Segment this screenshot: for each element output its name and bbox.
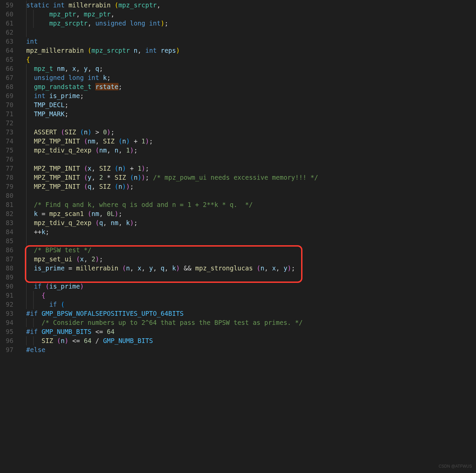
code-line-content: int	[19, 38, 38, 45]
code-line-content: MPZ_TMP_INIT (q, SIZ (n));	[19, 183, 134, 190]
code-line[interactable]	[19, 273, 476, 282]
code-line-content	[19, 237, 26, 245]
line-number: 62	[0, 28, 13, 37]
code-line[interactable]: mpz_tdiv_q_2exp (q, nm, k);	[19, 218, 476, 227]
code-line[interactable]: mpz_set_ui (x, 2);	[19, 255, 476, 264]
code-line[interactable]: mpz_t nm, x, y, q;	[19, 64, 476, 73]
code-line[interactable]	[19, 191, 476, 200]
code-line[interactable]: MPZ_TMP_INIT (x, SIZ (n) + 1);	[19, 164, 476, 173]
line-number: 74	[0, 137, 13, 146]
code-line[interactable]: MPZ_TMP_INIT (q, SIZ (n));	[19, 182, 476, 191]
line-number: 88	[0, 264, 13, 273]
line-number: 76	[0, 155, 13, 164]
code-line-content	[19, 192, 26, 199]
code-line[interactable]	[19, 155, 476, 164]
code-line[interactable]: is_prime = millerrabin (n, x, y, q, k) &…	[19, 264, 476, 273]
line-number: 87	[0, 255, 13, 264]
line-number: 70	[0, 100, 13, 110]
line-number: 61	[0, 19, 13, 28]
code-line[interactable]: SIZ (n) <= 64 / GMP_NUMB_BITS	[19, 336, 476, 345]
code-line-content: MPZ_TMP_INIT (x, SIZ (n) + 1);	[19, 165, 149, 172]
line-number: 86	[0, 246, 13, 255]
code-line-content: ASSERT (SIZ (n) > 0);	[19, 128, 114, 136]
line-number: 67	[0, 73, 13, 82]
line-number: 59	[0, 1, 13, 10]
code-line[interactable]	[19, 119, 476, 128]
line-number: 78	[0, 173, 13, 182]
code-line[interactable]: int is_prime;	[19, 91, 476, 100]
code-line-content: is_prime = millerrabin (n, x, y, q, k) &…	[19, 264, 295, 272]
code-line[interactable]: #if GMP_NUMB_BITS <= 64	[19, 327, 476, 336]
line-number: 90	[0, 282, 13, 291]
code-line[interactable]: ++k;	[19, 227, 476, 236]
code-line[interactable]: #if GMP_BPSW_NOFALSEPOSITIVES_UPTO_64BIT…	[19, 309, 476, 318]
code-line[interactable]	[19, 28, 476, 37]
code-line-content: k = mpz_scan1 (nm, 0L);	[19, 210, 122, 217]
line-number: 94	[0, 318, 13, 327]
code-line-content: mpz_set_ui (x, 2);	[19, 255, 103, 263]
code-line[interactable]: int	[19, 37, 476, 46]
code-content[interactable]: static int millerrabin (mpz_srcptr, mpz_…	[19, 0, 476, 354]
code-line-content: {	[19, 292, 45, 299]
code-line[interactable]: TMP_DECL;	[19, 100, 476, 110]
code-line[interactable]: mpz_ptr, mpz_ptr,	[19, 10, 476, 19]
code-line[interactable]: TMP_MARK;	[19, 110, 476, 119]
line-number: 89	[0, 273, 13, 282]
code-line[interactable]: unsigned long int k;	[19, 73, 476, 82]
code-line[interactable]: {	[19, 55, 476, 64]
code-line-content: mpz_tdiv_q_2exp (nm, n, 1);	[19, 146, 138, 154]
line-number: 69	[0, 91, 13, 100]
code-line-content	[19, 29, 26, 36]
code-line[interactable]: /* Find q and k, where q is odd and n = …	[19, 200, 476, 209]
code-line-content: #if GMP_NUMB_BITS <= 64	[19, 328, 114, 335]
code-line-content: if (is_prime)	[19, 283, 84, 290]
code-line-content: mpz_tdiv_q_2exp (q, nm, k);	[19, 219, 138, 226]
code-line-content: mpz_millerrabin (mpz_srcptr n, int reps)	[19, 47, 180, 54]
line-number: 96	[0, 336, 13, 345]
code-line[interactable]: static int millerrabin (mpz_srcptr,	[19, 1, 476, 10]
code-line-content: /* Find q and k, where q is odd and n = …	[19, 201, 253, 208]
line-number: 71	[0, 110, 13, 119]
code-line[interactable]: mpz_tdiv_q_2exp (nm, n, 1);	[19, 146, 476, 155]
code-line-content: #else	[19, 346, 45, 353]
code-line[interactable]	[19, 236, 476, 246]
code-line-content	[19, 119, 26, 127]
code-line-content: static int millerrabin (mpz_srcptr,	[19, 1, 160, 9]
line-number: 66	[0, 64, 13, 73]
code-line[interactable]: mpz_millerrabin (mpz_srcptr n, int reps)	[19, 46, 476, 55]
line-number: 91	[0, 291, 13, 300]
code-line[interactable]: MPZ_TMP_INIT (nm, SIZ (n) + 1);	[19, 137, 476, 146]
line-number: 72	[0, 119, 13, 128]
line-number: 82	[0, 209, 13, 218]
line-number: 73	[0, 128, 13, 137]
code-line-content: ++k;	[19, 228, 49, 235]
code-line-content: {	[19, 56, 30, 63]
code-line[interactable]: /* BPSW test */	[19, 246, 476, 255]
code-line[interactable]: if (is_prime)	[19, 282, 476, 291]
line-number: 93	[0, 309, 13, 318]
code-line-content: MPZ_TMP_INIT (y, 2 * SIZ (n)); /* mpz_po…	[19, 174, 318, 181]
code-line[interactable]: gmp_randstate_t rstate;	[19, 82, 476, 91]
code-line-content: SIZ (n) <= 64 / GMP_NUMB_BITS	[19, 337, 153, 344]
line-number: 65	[0, 55, 13, 64]
code-line[interactable]: ASSERT (SIZ (n) > 0);	[19, 128, 476, 137]
code-line-content: /* BPSW test */	[19, 246, 91, 254]
code-editor[interactable]: 5960616263646566676869707172737475767778…	[0, 0, 476, 354]
code-line[interactable]: if (	[19, 300, 476, 309]
code-line[interactable]: /* Consider numbers up to 2^64 that pass…	[19, 318, 476, 327]
line-number: 85	[0, 236, 13, 246]
line-number: 80	[0, 191, 13, 200]
line-number: 95	[0, 327, 13, 336]
code-line-content	[19, 156, 26, 163]
line-number: 79	[0, 182, 13, 191]
line-number: 77	[0, 164, 13, 173]
code-line[interactable]: {	[19, 291, 476, 300]
code-line[interactable]: mpz_srcptr, unsigned long int);	[19, 19, 476, 28]
line-number: 63	[0, 37, 13, 46]
line-number: 84	[0, 227, 13, 236]
code-line[interactable]: #else	[19, 345, 476, 354]
code-line-content: unsigned long int k;	[19, 74, 111, 81]
code-line[interactable]: MPZ_TMP_INIT (y, 2 * SIZ (n)); /* mpz_po…	[19, 173, 476, 182]
code-line[interactable]: k = mpz_scan1 (nm, 0L);	[19, 209, 476, 218]
code-line-content: #if GMP_BPSW_NOFALSEPOSITIVES_UPTO_64BIT…	[19, 310, 184, 317]
